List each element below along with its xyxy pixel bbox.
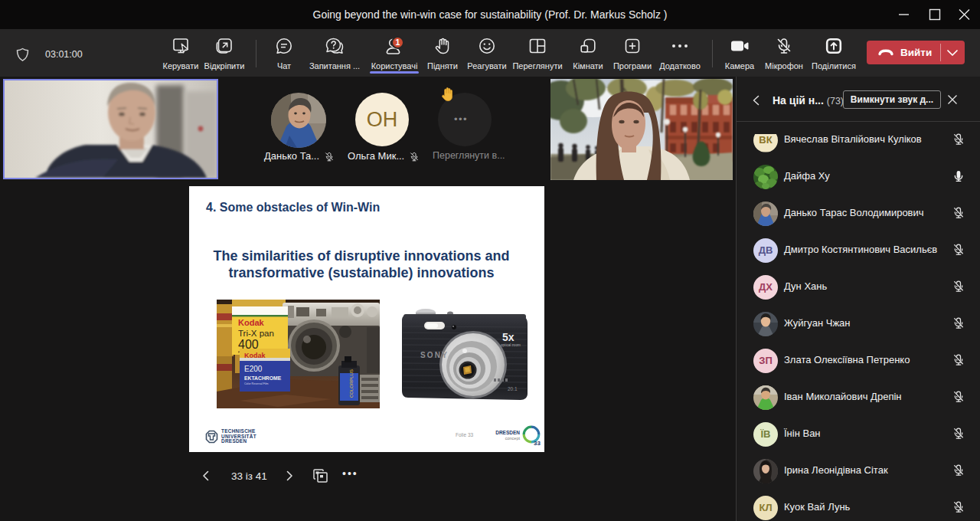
svg-text:COLORPLUS: COLORPLUS	[349, 369, 354, 398]
svg-text:Color Reversal Film: Color Reversal Film	[244, 382, 269, 385]
svg-text:SONY: SONY	[420, 351, 449, 359]
svg-text:optical zoom: optical zoom	[501, 343, 521, 347]
svg-text:33: 33	[534, 440, 541, 446]
svg-text:20.1: 20.1	[508, 386, 518, 392]
svg-text:E200: E200	[244, 365, 263, 373]
svg-text:Tri-X pan: Tri-X pan	[238, 329, 274, 338]
svg-text:EKTACHROME: EKTACHROME	[244, 375, 282, 381]
svg-text:5x: 5x	[502, 331, 514, 343]
svg-text:Kodak: Kodak	[244, 352, 266, 359]
svg-text:Kodak: Kodak	[238, 318, 265, 327]
